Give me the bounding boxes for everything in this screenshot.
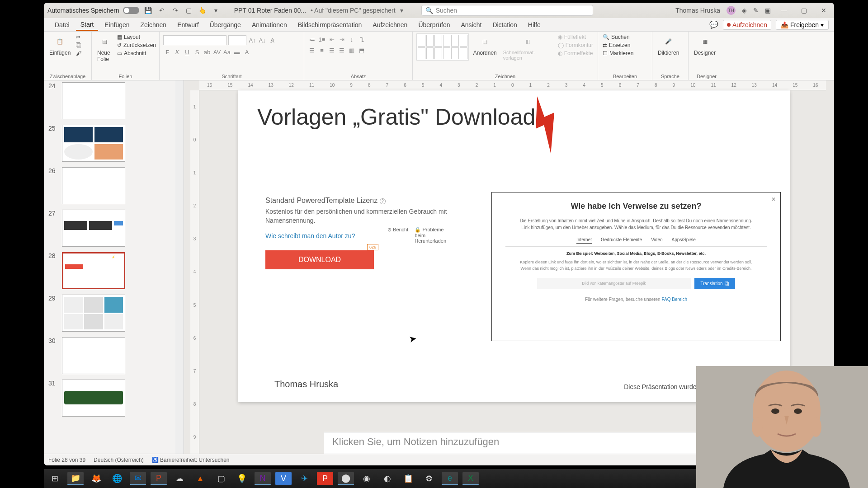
close-button[interactable]: ✕ — [817, 5, 830, 16]
slide-thumb-29[interactable]: 29 — [48, 295, 175, 332]
more-qat-icon[interactable]: ▾ — [212, 6, 221, 15]
slide-thumb-24[interactable]: 24 — [48, 82, 175, 119]
tab-entwurf[interactable]: Entwurf — [173, 19, 203, 30]
search-input[interactable]: 🔍 Suchen — [421, 5, 593, 16]
download-button[interactable]: DOWNLOAD 626 — [265, 250, 374, 269]
app-icon[interactable]: V — [275, 472, 292, 485]
select-button[interactable]: ☐Markieren — [602, 50, 634, 57]
app-icon[interactable]: 💡 — [234, 472, 250, 485]
tab-internet[interactable]: Internet — [576, 237, 592, 244]
app-icon[interactable]: ☁ — [171, 472, 188, 485]
replace-button[interactable]: ⇄Ersetzen — [602, 42, 634, 49]
tab-animationen[interactable]: Animationen — [247, 19, 292, 30]
format-painter-button[interactable]: 🖌 — [75, 50, 82, 57]
justify-button[interactable]: ☰ — [338, 46, 346, 54]
slide-canvas[interactable]: Vorlagen „Gratis" Download Standard Powe… — [238, 90, 790, 402]
tab-print[interactable]: Gedruckte Elemente — [601, 237, 642, 244]
vlc-icon[interactable]: ▲ — [192, 472, 208, 485]
slide-thumb-31[interactable]: 31 — [48, 380, 175, 417]
firefox-icon[interactable]: 🦊 — [88, 472, 104, 485]
layout-button[interactable]: ▦Layout — [116, 33, 157, 41]
chevron-down-icon[interactable]: ▾ — [400, 7, 403, 14]
line-spacing-button[interactable]: ↕ — [348, 35, 356, 43]
toggle-icon[interactable] — [123, 7, 139, 14]
tab-einfuegen[interactable]: Einfügen — [100, 19, 134, 30]
share-button[interactable]: 📤Freigeben▾ — [776, 20, 829, 30]
powerpoint-icon[interactable]: P — [151, 472, 167, 485]
case-button[interactable]: Aa — [223, 48, 231, 56]
app-icon[interactable]: P — [317, 472, 333, 485]
align-right-button[interactable]: ☰ — [328, 46, 336, 54]
paste-button[interactable]: 📋 Einfügen — [47, 33, 72, 57]
tab-hilfe[interactable]: Hilfe — [524, 19, 545, 30]
tab-zeichnen[interactable]: Zeichnen — [136, 19, 171, 30]
app-icon[interactable]: ▢ — [213, 472, 229, 485]
accessibility-check[interactable]: ♿ Barrierefreiheit: Untersuchen — [152, 457, 230, 463]
shape-outline-button[interactable]: ◯Formkontur — [557, 42, 594, 49]
tab-start[interactable]: Start — [76, 19, 99, 31]
copy-button[interactable]: Translation ⿻ — [694, 278, 735, 289]
tab-datei[interactable]: Datei — [50, 19, 74, 30]
slide-thumb-30[interactable]: 30 — [48, 337, 175, 374]
diamond-icon[interactable]: ◈ — [742, 7, 747, 14]
font-size-select[interactable] — [228, 35, 246, 45]
shadow-button[interactable]: ab — [203, 48, 211, 56]
lightning-bolt-icon[interactable] — [517, 90, 574, 158]
text-direction-button[interactable]: ⇅ — [358, 35, 366, 43]
start-button[interactable]: ⊞ — [47, 472, 63, 485]
redo-icon[interactable]: ↷ — [171, 6, 180, 15]
touch-icon[interactable]: 👆 — [198, 6, 207, 15]
section-button[interactable]: ▭Abschnitt — [116, 50, 157, 57]
cut-button[interactable]: ✂ — [75, 33, 82, 41]
slide-title[interactable]: Vorlagen „Gratis" Download — [257, 104, 535, 130]
telegram-icon[interactable]: ✈ — [296, 472, 312, 485]
comments-icon[interactable]: 💬 — [709, 20, 718, 29]
decrease-font-icon[interactable]: A↓ — [258, 36, 266, 44]
slide-thumb-25[interactable]: 25 — [48, 125, 175, 162]
tab-aufzeichnen[interactable]: Aufzeichnen — [368, 19, 412, 30]
settings-icon[interactable]: ⚙ — [421, 472, 437, 485]
copy-button[interactable]: ⿻ — [75, 42, 82, 49]
autosave-toggle[interactable]: Automatisches Speichern — [47, 7, 139, 14]
increase-font-icon[interactable]: A↑ — [248, 36, 256, 44]
new-slide-button[interactable]: ▤ Neue Folie — [95, 33, 113, 63]
tab-ueberpruefen[interactable]: Überprüfen — [414, 19, 454, 30]
problems-link[interactable]: 🔒 Probleme beim Herunterladen — [415, 227, 455, 244]
indent-right-button[interactable]: ⇥ — [338, 35, 346, 43]
tab-ansicht[interactable]: Ansicht — [456, 19, 486, 30]
highlight-button[interactable]: ▬ — [233, 48, 241, 56]
obs-icon[interactable]: ⬤ — [338, 472, 354, 485]
slide-thumb-27[interactable]: 27 — [48, 210, 175, 247]
slide-counter[interactable]: Folie 28 von 39 — [48, 457, 85, 463]
close-icon[interactable]: ✕ — [771, 196, 776, 202]
excel-icon[interactable]: X — [462, 472, 479, 485]
underline-button[interactable]: U — [183, 48, 191, 56]
arrange-button[interactable]: ⬚ Anordnen — [472, 33, 499, 57]
app-icon[interactable]: ◐ — [379, 472, 396, 485]
font-color-button[interactable]: A — [243, 48, 251, 56]
reset-button[interactable]: ↺Zurücksetzen — [116, 42, 157, 49]
attribution-input[interactable]: Bild von katemangostar auf Freepik — [537, 278, 691, 289]
undo-icon[interactable]: ↶ — [157, 6, 166, 15]
maximize-button[interactable]: ▢ — [797, 5, 811, 16]
pen-icon[interactable]: ✎ — [753, 7, 759, 14]
app-icon[interactable]: ◉ — [359, 472, 375, 485]
spacing-button[interactable]: AV — [213, 48, 221, 56]
smartart-button[interactable]: ⬒ — [358, 46, 366, 54]
chrome-icon[interactable]: 🌐 — [109, 472, 125, 485]
report-link[interactable]: ⊘ Bericht — [387, 227, 408, 244]
find-button[interactable]: 🔍Suchen — [602, 33, 634, 41]
bullets-button[interactable]: ≔ — [308, 35, 316, 43]
save-location[interactable]: • Auf "diesem PC" gespeichert — [311, 7, 396, 14]
slide-thumb-28[interactable]: 28⚡ — [48, 252, 175, 289]
italic-button[interactable]: K — [173, 48, 181, 56]
tab-apps[interactable]: Apps/Spiele — [672, 237, 696, 244]
tab-bildschirm[interactable]: Bildschirmpräsentation — [293, 19, 367, 30]
record-button[interactable]: Aufzeichnen — [723, 20, 771, 30]
slide-thumb-26[interactable]: 26 — [48, 167, 175, 204]
present-icon[interactable]: ▢ — [184, 6, 193, 15]
numbering-button[interactable]: 1≡ — [318, 35, 326, 43]
tab-dictation[interactable]: Dictation — [488, 19, 521, 30]
save-icon[interactable]: 💾 — [144, 6, 153, 15]
strike-button[interactable]: S — [193, 48, 201, 56]
